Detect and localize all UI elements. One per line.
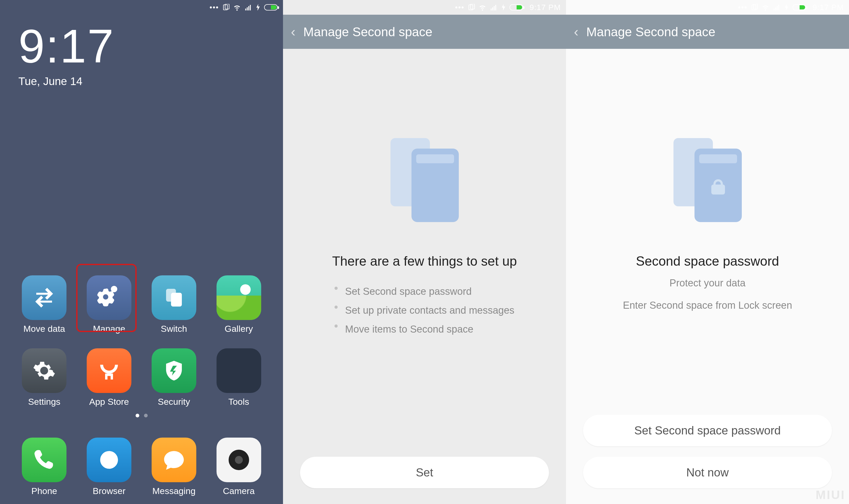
page-dot (136, 414, 139, 417)
set-button[interactable]: Set (300, 457, 549, 488)
app-move-data[interactable]: Move data (16, 275, 73, 334)
app-grid: Move data Manage Switch Gallery Settings… (0, 275, 283, 407)
signal-icon (773, 4, 780, 11)
setup-bullet-list: Set Second space password Set up private… (334, 282, 514, 339)
svg-rect-11 (110, 374, 113, 380)
app-security[interactable]: Security (145, 348, 203, 407)
illustration (283, 49, 566, 222)
svg-rect-24 (775, 7, 776, 11)
lockscreen-clock: 9:17 Tue, June 14 (0, 15, 283, 88)
charging-icon (501, 4, 506, 11)
page-dot (144, 414, 148, 417)
dock-browser[interactable]: Browser (81, 437, 138, 496)
battery-icon (509, 4, 523, 11)
app-label: Gallery (225, 324, 253, 334)
app-label: Switch (161, 324, 187, 334)
svg-rect-2 (245, 9, 246, 11)
back-icon[interactable]: ‹ (574, 24, 578, 40)
status-bar (0, 0, 283, 15)
signal-icon (245, 4, 252, 11)
lock-icon (711, 179, 725, 195)
page-indicator (0, 414, 283, 417)
app-label: Move data (23, 324, 65, 334)
bullet-item: Set up private contacts and messages (334, 301, 514, 320)
page-title: Manage Second space (586, 25, 715, 39)
svg-rect-17 (492, 7, 493, 11)
illustration (566, 49, 849, 222)
app-label: Settings (28, 397, 60, 407)
app-label: Browser (93, 486, 126, 496)
svg-rect-8 (171, 293, 182, 307)
subheading: Enter Second space from Lock screen (566, 298, 849, 313)
watermark: MIUI (816, 488, 845, 502)
app-label: Phone (31, 486, 57, 496)
svg-rect-3 (247, 7, 248, 11)
svg-rect-5 (250, 5, 251, 11)
clock-time: 9:17 (18, 22, 265, 70)
app-switch[interactable]: Switch (145, 275, 203, 334)
status-bar: 9:17 PM (283, 0, 566, 15)
more-icon (738, 3, 747, 12)
camera-lens-icon (229, 450, 249, 470)
wifi-icon (479, 3, 486, 11)
dock: Phone Browser Messaging Camera (0, 437, 283, 496)
manage-second-space-setup: 9:17 PM ‹ Manage Second space There are … (283, 0, 566, 504)
heading: There are a few things to set up (283, 254, 566, 269)
bullet-item: Move items to Second space (334, 320, 514, 339)
title-bar: ‹ Manage Second space (283, 15, 566, 49)
status-time: 9:17 PM (530, 3, 561, 12)
app-settings[interactable]: Settings (16, 348, 73, 407)
clock-date: Tue, June 14 (18, 75, 265, 88)
svg-rect-25 (777, 6, 778, 10)
battery-icon (264, 4, 278, 11)
more-icon (455, 3, 464, 12)
sim-icon (751, 4, 758, 11)
app-label: Messaging (152, 486, 195, 496)
svg-marker-6 (257, 4, 260, 11)
dock-camera[interactable]: Camera (210, 437, 267, 496)
bullet-item: Set Second space password (334, 282, 514, 301)
app-label: Manage (93, 324, 125, 334)
svg-marker-27 (785, 4, 788, 11)
status-time: 9:17 PM (813, 3, 844, 12)
svg-rect-16 (491, 9, 492, 11)
signal-icon (490, 4, 498, 11)
sim-icon (468, 4, 475, 11)
app-label: Security (158, 397, 190, 407)
svg-rect-4 (248, 6, 249, 10)
app-tools-folder[interactable]: Tools (210, 348, 267, 407)
sim-icon (223, 4, 229, 11)
app-manage[interactable]: Manage (81, 275, 138, 334)
charging-icon (784, 4, 789, 11)
set-password-button[interactable]: Set Second space password (583, 415, 832, 446)
svg-rect-19 (495, 5, 496, 11)
svg-rect-26 (778, 5, 779, 11)
battery-icon (793, 4, 806, 11)
more-icon (210, 3, 219, 12)
title-bar: ‹ Manage Second space (566, 15, 849, 49)
app-label: App Store (89, 397, 129, 407)
svg-point-13 (106, 457, 112, 463)
app-app-store[interactable]: App Store (81, 348, 138, 407)
dock-phone[interactable]: Phone (16, 437, 73, 496)
svg-marker-20 (502, 4, 505, 11)
svg-rect-23 (774, 9, 775, 11)
wifi-icon (233, 3, 241, 11)
home-screen: 9:17 Tue, June 14 Move data Manage Switc… (0, 0, 283, 504)
heading: Second space password (566, 254, 849, 269)
phone-front-icon (412, 148, 459, 222)
svg-rect-18 (494, 6, 495, 10)
app-label: Camera (223, 486, 255, 496)
app-gallery[interactable]: Gallery (210, 275, 267, 334)
wifi-icon (762, 3, 769, 11)
status-bar: 9:17 PM (566, 0, 849, 15)
not-now-button[interactable]: Not now (583, 457, 832, 488)
charging-icon (256, 4, 260, 11)
page-title: Manage Second space (303, 25, 432, 39)
second-space-password: 9:17 PM ‹ Manage Second space Second spa… (566, 0, 849, 504)
dock-messaging[interactable]: Messaging (145, 437, 203, 496)
app-label: Tools (228, 397, 249, 407)
back-icon[interactable]: ‹ (291, 24, 295, 40)
phone-front-icon (694, 148, 742, 222)
subheading: Protect your data (566, 275, 849, 291)
